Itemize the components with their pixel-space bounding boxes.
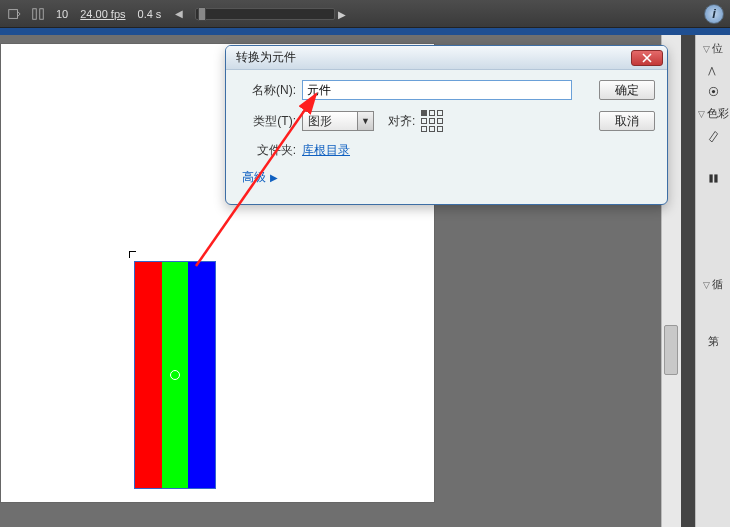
dialog-title: 转换为元件 xyxy=(236,49,631,66)
type-label: 类型(T): xyxy=(242,113,296,130)
cancel-button[interactable]: 取消 xyxy=(599,111,655,131)
panel-tool-3[interactable] xyxy=(707,170,720,187)
stripe-red xyxy=(135,262,162,488)
type-select[interactable]: 图形 ▼ xyxy=(302,111,374,131)
panel-tool-2[interactable] xyxy=(707,83,720,100)
info-icon[interactable]: i xyxy=(704,4,724,24)
folder-link[interactable]: 库根目录 xyxy=(302,142,350,159)
advanced-toggle[interactable]: 高级▶ xyxy=(242,169,655,186)
scrollbar-thumb[interactable] xyxy=(664,325,678,375)
stripe-blue xyxy=(188,262,215,488)
timeline-slider[interactable]: ▶ xyxy=(195,8,335,20)
svg-point-4 xyxy=(711,90,714,93)
svg-rect-0 xyxy=(9,9,18,18)
fps-display[interactable]: 24.00 fps xyxy=(78,8,127,20)
svg-rect-2 xyxy=(40,8,44,19)
registration-grid[interactable] xyxy=(421,110,443,132)
panel-tool-1[interactable] xyxy=(707,62,720,79)
name-input[interactable] xyxy=(302,80,572,100)
panel-loop[interactable]: ▽循 xyxy=(703,275,723,294)
folder-label: 文件夹: xyxy=(242,142,296,159)
anchor-point[interactable] xyxy=(170,370,180,380)
svg-rect-1 xyxy=(33,8,37,19)
loop-icon[interactable] xyxy=(6,6,22,22)
prev-frame-icon[interactable]: ◀ xyxy=(171,6,187,22)
right-panel-strip: ▽位 ▽色彩 ▽循 第 xyxy=(695,35,730,527)
current-frame[interactable]: 10 xyxy=(54,8,70,20)
selected-shape[interactable] xyxy=(134,261,216,489)
name-label: 名称(N): xyxy=(242,82,296,99)
svg-rect-5 xyxy=(709,174,712,182)
timeline-toolbar: 10 24.00 fps 0.4 s ◀ ▶ i xyxy=(0,0,730,28)
chevron-right-icon: ▶ xyxy=(270,172,278,183)
panel-page[interactable]: 第 xyxy=(708,332,719,351)
align-label: 对齐: xyxy=(388,113,415,130)
close-button[interactable] xyxy=(631,50,663,66)
slider-handle[interactable] xyxy=(198,7,206,21)
chevron-down-icon[interactable]: ▼ xyxy=(357,112,373,130)
ok-button[interactable]: 确定 xyxy=(599,80,655,100)
svg-rect-6 xyxy=(714,174,717,182)
convert-to-symbol-dialog: 转换为元件 名称(N): 确定 类型(T): 图形 ▼ 对齐: 取消 xyxy=(225,45,668,205)
dialog-titlebar[interactable]: 转换为元件 xyxy=(226,46,667,70)
panel-gap xyxy=(681,35,695,527)
panel-position[interactable]: ▽位 xyxy=(703,39,723,58)
panel-color[interactable]: ▽色彩 xyxy=(698,104,729,123)
marker-icon[interactable] xyxy=(30,6,46,22)
panel-pen-icon[interactable] xyxy=(707,127,720,144)
ruler xyxy=(0,28,730,35)
time-display: 0.4 s xyxy=(136,8,164,20)
type-value: 图形 xyxy=(303,113,357,130)
